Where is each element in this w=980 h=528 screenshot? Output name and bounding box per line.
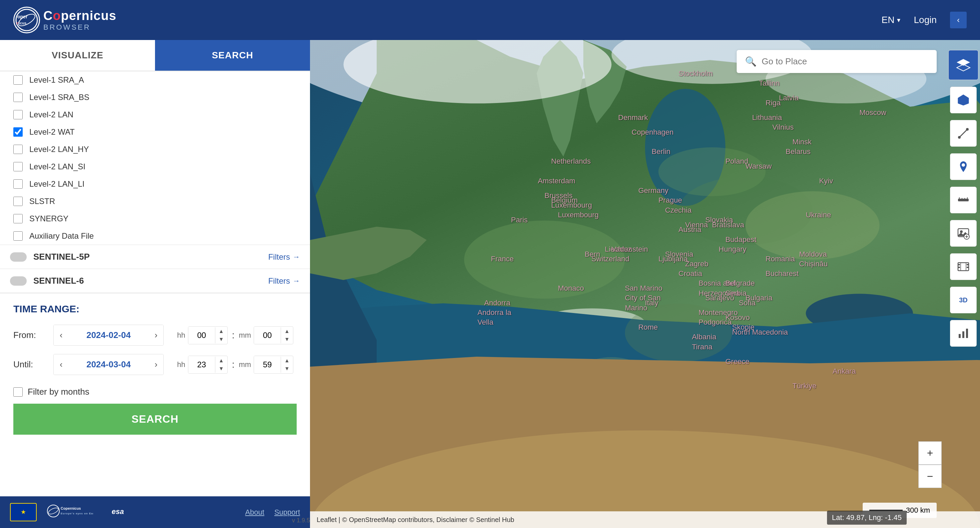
checkbox-level1_sra_a[interactable]	[13, 75, 23, 85]
checkbox-label-slstr: SLSTR	[29, 197, 55, 206]
from-date-prev-button[interactable]: ‹	[54, 325, 68, 345]
sentinel-5p-filters-link[interactable]: Filters →	[268, 252, 300, 262]
from-date-next-button[interactable]: ›	[149, 325, 164, 345]
support-link[interactable]: Support	[274, 508, 300, 517]
checkbox-synergy[interactable]	[13, 214, 23, 223]
map-area[interactable]: StockholmTallinnRigaMoscowLithuaniaCopen…	[310, 40, 980, 528]
svg-point-32	[958, 136, 961, 139]
until-date-prev-button[interactable]: ‹	[54, 354, 68, 375]
logo-circle: oper n icus	[13, 7, 40, 33]
svg-point-33	[966, 128, 969, 130]
checkbox-item-slstr: SLSTR	[0, 192, 310, 210]
until-date-nav: ‹ 2024-03-04 ›	[53, 354, 164, 375]
scale-label: 300 km	[906, 506, 930, 515]
from-hh-input[interactable]	[188, 327, 215, 344]
coords-display: Lat: 49.87, Lng: -1.45	[827, 511, 907, 525]
logo-browser-text: BROWSER	[43, 23, 116, 32]
footer-esa-logo: esa	[110, 505, 137, 519]
statistics-button[interactable]	[950, 320, 977, 347]
from-date-value[interactable]: 2024-02-04	[68, 325, 149, 345]
line-measure-button[interactable]	[950, 120, 977, 147]
checkbox-level2_lan_li[interactable]	[13, 179, 23, 189]
sidebar-scroll-area[interactable]: Level-1 SRA_ALevel-1 SRA_BSLevel-2 LANLe…	[0, 72, 310, 496]
svg-text:Copernicus: Copernicus	[60, 506, 81, 511]
from-mm-down-button[interactable]: ▼	[281, 336, 293, 344]
logo-copernicus: Copernicus	[43, 9, 116, 23]
time-range-section: TIME RANGE: From: ‹ 2024-02-04 › hh	[0, 293, 310, 445]
tab-search[interactable]: SEARCH	[155, 40, 310, 71]
layers-icon	[956, 58, 971, 73]
checkbox-list: Level-1 SRA_ALevel-1 SRA_BSLevel-2 LANLe…	[0, 72, 310, 245]
from-hh-label: hh	[177, 331, 185, 340]
3d-label: 3D	[959, 296, 968, 304]
from-label: From:	[13, 330, 47, 340]
map-search-icon: 🔍	[745, 56, 757, 67]
sidebar-footer: ★ Copernicus Europe's eyes on Earth esa	[0, 496, 310, 528]
chart-icon	[957, 327, 970, 340]
measure-button[interactable]	[950, 187, 977, 213]
language-selector[interactable]: EN ▾	[882, 15, 900, 25]
zoom-in-button[interactable]: +	[918, 441, 942, 465]
filter-months-checkbox[interactable]	[13, 387, 23, 397]
zoom-out-button[interactable]: −	[918, 465, 942, 488]
sentinel-5p-section: SENTINEL-5P Filters →	[0, 245, 310, 269]
pin-button[interactable]	[950, 153, 977, 180]
polygon-icon	[957, 93, 970, 107]
checkbox-slstr[interactable]	[13, 197, 23, 206]
timelapse-button[interactable]	[950, 253, 977, 280]
layers-button[interactable]	[948, 50, 978, 80]
until-mm-up-button[interactable]: ▲	[281, 357, 293, 365]
svg-point-26	[746, 191, 880, 260]
svg-text:★: ★	[21, 509, 26, 515]
map-search-input[interactable]	[762, 56, 928, 67]
until-date-next-button[interactable]: ›	[149, 354, 164, 375]
svg-point-8	[48, 507, 59, 515]
time-range-title: TIME RANGE:	[13, 303, 297, 315]
from-mm-input[interactable]	[254, 327, 281, 344]
collapse-sidebar-button[interactable]: ‹	[950, 12, 967, 28]
checkbox-level2_lan[interactable]	[13, 110, 23, 119]
film-icon	[957, 260, 970, 274]
content-area: VISUALIZE SEARCH Level-1 SRA_ALevel-1 SR…	[0, 40, 980, 528]
svg-text:oper: oper	[18, 14, 28, 19]
zoom-controls: + −	[918, 441, 942, 488]
until-mm-down-button[interactable]: ▼	[281, 365, 293, 373]
sentinel-6-filters-link[interactable]: Filters →	[268, 276, 300, 286]
checkbox-level2_lan_si[interactable]	[13, 162, 23, 171]
checkbox-label-aux_data: Auxiliary Data File	[29, 231, 94, 241]
checkbox-aux_data[interactable]	[13, 231, 23, 241]
sentinel-6-label: SENTINEL-6	[33, 276, 262, 286]
svg-rect-52	[959, 334, 961, 338]
from-mm-up-button[interactable]: ▲	[281, 327, 293, 336]
checkbox-label-level1_sra_a: Level-1 SRA_A	[29, 75, 84, 85]
from-date-row: From: ‹ 2024-02-04 › hh ▲	[13, 324, 297, 346]
checkbox-item-level2_lan_hy: Level-2 LAN_HY	[0, 141, 310, 158]
until-mm-input[interactable]	[254, 356, 281, 373]
search-button[interactable]: Search	[13, 404, 297, 435]
header-controls: EN ▾ Login ‹	[882, 12, 967, 28]
svg-rect-47	[958, 267, 960, 268]
until-date-value[interactable]: 2024-03-04	[68, 354, 149, 375]
image-download-button[interactable]	[950, 220, 977, 247]
footer-links: About Support	[245, 508, 300, 517]
login-button[interactable]: Login	[914, 15, 937, 25]
sentinel-6-toggle[interactable]	[10, 276, 27, 286]
until-hh-up-button[interactable]: ▲	[215, 357, 228, 365]
from-hh-down-button[interactable]: ▼	[215, 336, 228, 344]
sentinel-5p-toggle[interactable]	[10, 252, 27, 262]
until-hh-down-button[interactable]: ▼	[215, 365, 228, 373]
3d-button[interactable]: 3D	[950, 287, 977, 313]
tab-navigation: VISUALIZE SEARCH	[0, 40, 310, 72]
checkbox-level2_lan_hy[interactable]	[13, 145, 23, 154]
about-link[interactable]: About	[245, 508, 264, 517]
line-icon	[957, 127, 970, 140]
from-hh-up-button[interactable]: ▲	[215, 327, 228, 336]
checkbox-level1_sra_bs[interactable]	[13, 93, 23, 102]
svg-rect-53	[963, 331, 964, 338]
pin-icon	[957, 160, 970, 173]
until-hh-input[interactable]	[188, 356, 215, 373]
checkbox-level2_wat[interactable]	[13, 127, 23, 137]
polygon-button[interactable]	[950, 87, 977, 113]
from-mm-spin-arrows: ▲ ▼	[281, 327, 293, 344]
tab-visualize[interactable]: VISUALIZE	[0, 40, 155, 71]
